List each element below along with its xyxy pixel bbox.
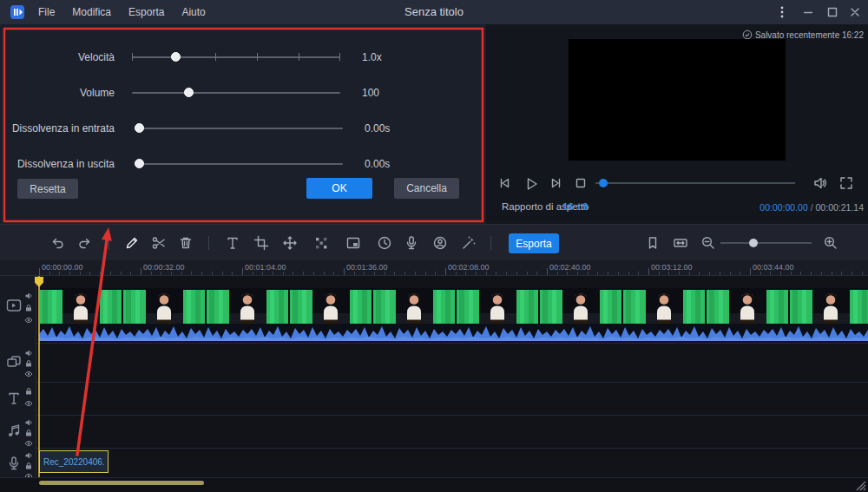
video-mute-icon[interactable] [24,292,33,300]
more-options-button[interactable] [771,0,793,24]
prev-frame-button[interactable] [496,175,512,191]
text-track-icon [6,390,22,406]
horizontal-scrollbar[interactable] [39,481,204,485]
fade-out-value: 0.00s [365,158,390,170]
ruler-label: 00:03:12.00 [651,263,693,272]
overlay-lock-icon[interactable] [24,359,33,368]
aspect-ratio-value[interactable]: 16 : 9 [562,201,588,212]
marker-button[interactable] [645,235,661,251]
delete-trash-button[interactable] [178,235,194,251]
timeline-tracks: Rec_20220406. [0,276,868,477]
close-button[interactable] [844,0,866,24]
music-mute-icon[interactable] [24,418,33,427]
play-button[interactable] [523,175,540,193]
fade-in-slider-handle[interactable] [135,123,144,133]
avatar-camera-button[interactable] [432,235,448,251]
fullscreen-icon[interactable] [838,175,854,191]
video-clip-waveform[interactable] [39,324,868,341]
fade-in-value: 0.00s [365,122,390,134]
ok-button[interactable]: OK [306,178,372,199]
video-preview [569,39,786,161]
transform-move-button[interactable] [282,235,298,251]
fade-out-label: Dissolvenza in uscita [0,158,115,170]
track-headers [0,276,36,477]
text-visibility-icon[interactable] [24,399,33,408]
preview-seek-handle[interactable] [599,179,608,187]
menu-file[interactable]: File [30,0,63,24]
preview-seek-track[interactable] [595,182,795,184]
redo-button[interactable] [77,235,93,251]
track-separator [0,415,868,416]
ruler-label: 00:00:32.00 [143,263,185,272]
timeline-zoom-handle[interactable] [749,239,758,247]
timeline-toolbar: Esporta [0,224,868,260]
text-tool-button[interactable] [225,235,240,251]
ruler-label: 00:01:04.00 [245,263,286,272]
menu-esporta[interactable]: Esporta [120,0,173,24]
bottom-bar [0,477,868,492]
stop-button[interactable] [573,175,589,191]
clip-properties-panel: Velocità 1.0x Volume 100 Dissolvenza in … [0,24,486,224]
overlay-track-icon [6,354,22,370]
menu-aiuto[interactable]: Aiuto [173,0,214,24]
overlay-visibility-icon[interactable] [24,370,33,378]
pip-overlay-button[interactable] [345,235,361,251]
fade-in-slider[interactable] [135,121,343,135]
music-visibility-icon[interactable] [24,439,33,448]
zoom-out-button[interactable] [700,235,716,251]
track-separator [0,343,868,344]
video-track-icon [6,298,22,313]
minimize-button[interactable] [797,0,819,24]
cancel-button[interactable]: Cancella [394,178,459,199]
crop-button[interactable] [253,235,269,251]
timeline-ruler[interactable]: 00:00:00.00 00:00:32.00 00:01:04.00 00:0… [0,260,868,276]
zoom-in-button[interactable] [823,235,838,251]
video-editor-window: File Modifica Esporta Aiuto Senza titolo… [0,0,868,492]
voiceover-lock-icon[interactable] [24,462,33,470]
current-time: 00:00:00.00 [760,202,807,213]
export-button[interactable]: Esporta [509,233,559,253]
video-visibility-icon[interactable] [24,316,33,325]
speed-value: 1.0x [362,51,382,63]
fade-in-label: Dissolvenza in entrata [0,122,115,134]
mosaic-button[interactable] [313,235,329,251]
duration-clock-button[interactable] [377,235,392,251]
undo-button[interactable] [49,235,65,251]
denoise-wand-button[interactable] [461,235,477,251]
voiceover-mic-button[interactable] [404,235,419,251]
audio-clip-rec[interactable]: Rec_20220406. [39,450,108,473]
track-separator [0,448,868,449]
preview-volume-icon[interactable] [812,175,828,191]
volume-slider[interactable] [132,86,340,100]
preview-panel: Salvato recentemente 16:22 Rapporto di a… [486,24,868,224]
music-track-icon [6,423,22,439]
resize-grip-icon[interactable] [856,481,866,491]
video-clip-filmstrip[interactable] [39,288,868,324]
split-scissors-button[interactable] [151,235,167,251]
timeline-zoom-track[interactable] [720,242,812,244]
music-lock-icon[interactable] [24,429,33,437]
video-lock-icon[interactable] [24,304,33,312]
next-frame-button[interactable] [549,175,564,191]
volume-slider-handle[interactable] [184,88,194,97]
title-bar: File Modifica Esporta Aiuto Senza titolo [0,0,868,24]
fade-out-slider-handle[interactable] [135,159,144,168]
text-lock-icon[interactable] [24,387,33,396]
speed-label: Velocità [0,51,115,63]
reset-button[interactable]: Resetta [17,179,78,199]
speed-slider[interactable] [132,50,340,64]
track-separator [0,382,868,383]
overlay-mute-icon[interactable] [24,349,33,358]
fade-out-slider[interactable] [135,157,343,171]
ruler-label: 00:03:44.00 [753,263,794,272]
maximize-button[interactable] [821,0,844,24]
menu-modifica[interactable]: Modifica [63,0,120,24]
ruler-minor-ticks [39,272,868,275]
audio-clip-label: Rec_20220406. [43,457,105,467]
fit-timeline-button[interactable] [673,235,688,251]
edit-pencil-button[interactable] [124,235,140,251]
ruler-label: 00:02:08.00 [448,263,490,272]
voiceover-mute-icon[interactable] [24,451,33,460]
ruler-label: 00:00:00.00 [42,263,83,272]
speed-slider-handle[interactable] [171,52,181,62]
